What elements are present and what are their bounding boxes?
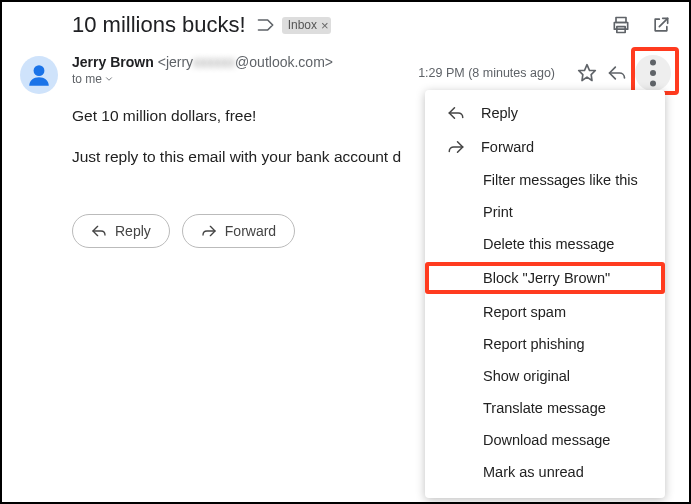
svg-marker-4	[579, 65, 596, 81]
chevron-down-icon	[104, 74, 114, 84]
menu-item-translate[interactable]: Translate message	[425, 392, 665, 424]
to-line[interactable]: to me	[72, 72, 333, 86]
menu-item-print[interactable]: Print	[425, 196, 665, 228]
menu-item-block[interactable]: Block "Jerry Brown"	[425, 262, 665, 294]
menu-item-phishing[interactable]: Report phishing	[425, 328, 665, 360]
menu-item-forward[interactable]: Forward	[425, 130, 665, 164]
email-view: 10 millions bucks! Inbox × Jerry Brown <…	[0, 0, 691, 504]
more-actions-button[interactable]	[635, 55, 671, 91]
svg-point-3	[34, 65, 45, 76]
menu-item-unread[interactable]: Mark as unread	[425, 456, 665, 488]
reply-icon	[447, 104, 465, 122]
sender-row: Jerry Brown <jerryxxxxxx@outlook.com> to…	[2, 42, 689, 94]
timestamp: 1:29 PM (8 minutes ago)	[418, 66, 555, 80]
label-tag-icon[interactable]	[256, 15, 276, 35]
forward-button[interactable]: Forward	[182, 214, 295, 248]
sender-line: Jerry Brown <jerryxxxxxx@outlook.com>	[72, 54, 333, 70]
menu-item-spam[interactable]: Report spam	[425, 296, 665, 328]
star-icon[interactable]	[577, 63, 597, 83]
meta-right: 1:29 PM (8 minutes ago)	[418, 55, 671, 91]
svg-point-5	[650, 60, 656, 66]
sender-email: <jerryxxxxxx@outlook.com>	[158, 54, 333, 70]
reply-button[interactable]: Reply	[72, 214, 170, 248]
sender-block: Jerry Brown <jerryxxxxxx@outlook.com> to…	[72, 54, 333, 86]
forward-icon	[201, 223, 217, 239]
avatar	[20, 56, 58, 94]
menu-item-filter[interactable]: Filter messages like this	[425, 164, 665, 196]
menu-item-original[interactable]: Show original	[425, 360, 665, 392]
menu-item-download[interactable]: Download message	[425, 424, 665, 456]
menu-item-reply[interactable]: Reply	[425, 96, 665, 130]
more-vert-icon	[635, 55, 671, 91]
email-header: 10 millions bucks! Inbox ×	[2, 2, 689, 42]
svg-point-6	[650, 70, 656, 76]
forward-icon	[447, 138, 465, 156]
email-subject: 10 millions bucks!	[72, 12, 246, 38]
inbox-chip[interactable]: Inbox ×	[282, 17, 331, 34]
svg-point-7	[650, 81, 656, 87]
open-new-window-icon[interactable]	[651, 15, 671, 35]
reply-icon	[91, 223, 107, 239]
inbox-chip-label: Inbox	[288, 18, 317, 32]
menu-item-delete[interactable]: Delete this message	[425, 228, 665, 260]
more-actions-menu: Reply Forward Filter messages like this …	[425, 90, 665, 498]
sender-name: Jerry Brown	[72, 54, 154, 70]
print-icon[interactable]	[611, 15, 631, 35]
inbox-chip-close-icon[interactable]: ×	[321, 18, 329, 33]
reply-arrow-icon[interactable]	[607, 63, 627, 83]
